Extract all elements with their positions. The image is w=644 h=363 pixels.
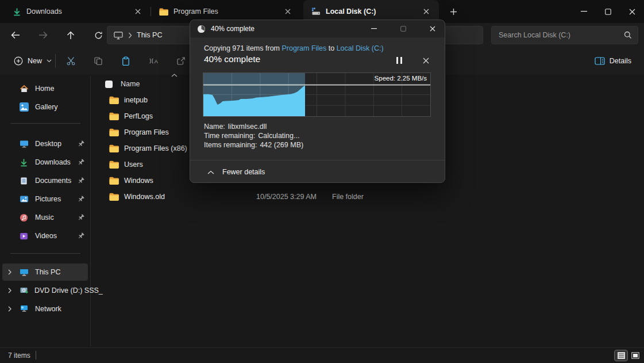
- up-button[interactable]: [61, 26, 80, 44]
- sidebar-item-desktop[interactable]: Desktop: [2, 135, 88, 152]
- tab-close-icon[interactable]: [419, 5, 433, 18]
- large-icons-view-button[interactable]: [629, 350, 642, 361]
- speed-chart: Speed: 2.25 MB/s: [203, 72, 431, 117]
- share-button[interactable]: [170, 52, 192, 70]
- tab-label: Local Disk (C:): [326, 7, 414, 16]
- sidebar-item-dvd-drive[interactable]: DVD Drive (D:) SSS_: [2, 282, 88, 299]
- window-minimize-button[interactable]: [572, 1, 596, 22]
- chevron-expand-icon[interactable]: [8, 269, 11, 275]
- status-divider: [36, 351, 36, 360]
- desktop-icon: [20, 139, 29, 148]
- file-name: PerfLogs: [124, 112, 153, 120]
- sidebar-item-label: Videos: [35, 232, 57, 240]
- file-type: File folder: [332, 193, 364, 201]
- pin-icon: [78, 159, 84, 166]
- window-close-button[interactable]: [620, 1, 644, 22]
- details-view-button[interactable]: [615, 350, 627, 361]
- sidebar-item-downloads[interactable]: Downloads: [2, 154, 88, 171]
- sidebar-item-label: Network: [35, 305, 61, 313]
- dialog-close-button[interactable]: [421, 20, 445, 37]
- sort-ascending-icon: [171, 74, 178, 77]
- chevron-expand-icon[interactable]: [8, 306, 11, 312]
- folder-icon: [109, 144, 119, 152]
- destination-folder-link[interactable]: Local Disk (C:): [337, 44, 384, 52]
- chevron-expand-icon[interactable]: [8, 288, 11, 293]
- dialog-divider: [190, 160, 445, 161]
- sidebar-item-label: Desktop: [35, 140, 61, 148]
- tab-label: Program Files: [173, 7, 276, 16]
- this-pc-monitor-icon: [20, 268, 29, 277]
- sidebar-item-home[interactable]: Home: [2, 80, 88, 97]
- folder-icon: [109, 161, 119, 169]
- tab-close-icon[interactable]: [131, 5, 145, 18]
- name-value: libxmlsec.dll: [228, 123, 267, 131]
- back-button[interactable]: [6, 26, 25, 44]
- sidebar-item-this-pc[interactable]: This PC: [2, 263, 88, 281]
- music-icon: [20, 213, 29, 222]
- file-row[interactable]: Windows.old 10/5/2025 3:29 AM File folde…: [98, 189, 644, 205]
- sidebar-item-videos[interactable]: Videos: [2, 227, 88, 244]
- new-button[interactable]: New: [7, 52, 59, 70]
- copy-description: Copying 971 items from Program Files to …: [204, 44, 384, 52]
- paste-button[interactable]: [115, 52, 137, 70]
- pin-icon: [78, 177, 84, 184]
- column-header-name[interactable]: Name: [121, 80, 140, 88]
- documents-icon: [20, 177, 29, 185]
- breadcrumb-this-pc[interactable]: This PC: [137, 31, 162, 39]
- new-tab-button[interactable]: [445, 3, 462, 20]
- speed-label: Speed: 2.25 MB/s: [375, 75, 427, 82]
- search-input[interactable]: [498, 30, 624, 40]
- gallery-icon: [20, 102, 29, 112]
- sidebar-item-label: Documents: [35, 177, 71, 185]
- cut-button[interactable]: [60, 52, 82, 70]
- items-count: 7 items: [8, 351, 30, 360]
- tab-close-icon[interactable]: [281, 5, 295, 18]
- dialog-title: 40% complete: [211, 25, 254, 33]
- sidebar-item-documents[interactable]: Documents: [2, 172, 88, 189]
- file-name: Program Files: [124, 128, 169, 136]
- window-maximize-button[interactable]: [596, 1, 620, 22]
- new-button-label: New: [28, 57, 42, 65]
- search-box[interactable]: [491, 26, 638, 44]
- tab-label: Downloads: [26, 7, 126, 16]
- pause-button[interactable]: [390, 52, 408, 69]
- chevron-right-icon: [128, 32, 132, 39]
- sidebar-item-gallery[interactable]: Gallery: [2, 98, 88, 116]
- select-all-checkbox[interactable]: [105, 81, 113, 88]
- search-icon: [624, 31, 632, 39]
- fewer-details-label: Fewer details: [222, 168, 265, 176]
- name-label: Name:: [204, 123, 225, 131]
- dialog-minimize-button[interactable]: [362, 20, 386, 37]
- sidebar-item-label: DVD Drive (D:) SSS_: [34, 286, 103, 295]
- rename-button[interactable]: A: [142, 52, 164, 70]
- sidebar-item-label: Downloads: [35, 158, 71, 166]
- dvd-drive-icon: [20, 286, 29, 295]
- time-remaining-label: Time remaining:: [204, 132, 255, 140]
- download-icon: [13, 7, 21, 16]
- cancel-copy-button[interactable]: [417, 52, 435, 69]
- dialog-maximize-button[interactable]: [391, 20, 415, 37]
- chevron-up-icon: [207, 170, 214, 174]
- folder-icon: [109, 96, 119, 104]
- sidebar-item-network[interactable]: Network: [2, 300, 88, 318]
- fewer-details-toggle[interactable]: Fewer details: [207, 165, 265, 179]
- pin-icon: [78, 214, 84, 221]
- sidebar-item-pictures[interactable]: Pictures: [2, 190, 88, 208]
- time-remaining-row: Time remaining:Calculating...: [204, 132, 299, 140]
- details-pane-button[interactable]: Details: [589, 52, 637, 70]
- folder-icon: [109, 112, 119, 120]
- pin-icon: [78, 232, 84, 239]
- forward-button[interactable]: [33, 26, 53, 44]
- sidebar-item-label: Pictures: [35, 195, 61, 203]
- details-pane-icon: [595, 57, 605, 65]
- file-name: Program Files (x86): [124, 144, 187, 152]
- chevron-down-icon: [47, 59, 52, 63]
- refresh-button[interactable]: [88, 26, 108, 44]
- file-list-header[interactable]: Name: [98, 77, 140, 91]
- copy-progress-dialog: 40% complete Copying 971 items from Prog…: [190, 20, 445, 183]
- source-folder-link[interactable]: Program Files: [281, 44, 326, 52]
- tab-downloads[interactable]: Downloads: [5, 0, 151, 23]
- items-remaining-value: 442 (269 MB): [260, 141, 303, 149]
- sidebar-item-music[interactable]: Music: [2, 209, 88, 226]
- copy-button[interactable]: [87, 52, 109, 70]
